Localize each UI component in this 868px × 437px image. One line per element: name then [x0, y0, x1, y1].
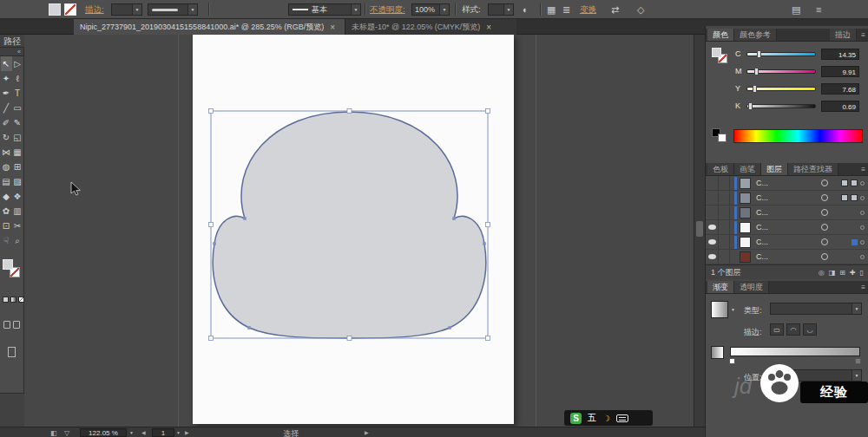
- tool-artboard[interactable]: ⊡: [1, 218, 12, 233]
- gradient-mode-button[interactable]: [10, 297, 16, 303]
- constrain-icon[interactable]: ◇: [637, 3, 644, 16]
- play-icon[interactable]: ▶: [365, 429, 369, 435]
- layer-extra-icon[interactable]: [851, 179, 858, 186]
- target-icon[interactable]: [821, 194, 828, 201]
- tool-perspective-grid[interactable]: ⊞: [12, 160, 23, 174]
- screen-mode-button[interactable]: [8, 347, 16, 357]
- tool-width[interactable]: ⋈: [1, 145, 12, 160]
- fill-stroke-indicator[interactable]: [0, 258, 24, 284]
- channel-slider-track[interactable]: [746, 87, 816, 91]
- tool-zoom[interactable]: ⌕: [12, 233, 23, 248]
- scrollbar-thumb[interactable]: [696, 221, 703, 237]
- layer-name[interactable]: C...: [756, 252, 768, 261]
- color-mode-button[interactable]: [3, 297, 9, 303]
- channel-value-field[interactable]: 14.35: [821, 49, 859, 60]
- layer-thumbnail[interactable]: [740, 251, 751, 263]
- status-dropdown-icon[interactable]: ▽: [64, 429, 69, 437]
- layer-thumbnail[interactable]: [740, 237, 751, 248]
- layer-name[interactable]: C...: [756, 179, 768, 187]
- tool-gradient[interactable]: ▨: [12, 174, 23, 189]
- edit-column-icon[interactable]: [860, 196, 865, 200]
- slider-handle[interactable]: [757, 50, 761, 58]
- tab-pathfinder[interactable]: 路径查找器: [788, 163, 838, 175]
- tab-brushes[interactable]: 画笔: [734, 163, 761, 175]
- draw-normal-button[interactable]: [3, 321, 10, 329]
- opacity-link[interactable]: 不透明度:: [370, 4, 405, 16]
- tool-hand[interactable]: ☟: [1, 233, 12, 248]
- tool-scale[interactable]: ◱: [12, 130, 23, 145]
- gradient-thumbnail[interactable]: [711, 301, 728, 318]
- layer-extra-icon[interactable]: [841, 179, 848, 186]
- transform-link[interactable]: 变换: [580, 4, 596, 16]
- fill-indicator[interactable]: [3, 259, 13, 270]
- white-swatch[interactable]: [718, 134, 727, 142]
- tab-swatches[interactable]: 色板: [707, 163, 734, 175]
- channel-slider-track[interactable]: [746, 69, 816, 74]
- dock-panel-icon[interactable]: ▤: [792, 3, 800, 16]
- layer-extra-icon[interactable]: [851, 194, 858, 201]
- style-dropdown[interactable]: ▼: [488, 3, 514, 16]
- keyboard-icon[interactable]: [616, 414, 628, 422]
- edit-column-icon[interactable]: [860, 211, 865, 215]
- tab-color[interactable]: 颜色: [707, 29, 734, 41]
- dropdown-caret-icon[interactable]: ▼: [731, 307, 735, 312]
- tool-slice[interactable]: ✂: [12, 218, 23, 233]
- edit-column-icon[interactable]: [860, 240, 865, 245]
- layer-row[interactable]: C...: [706, 220, 868, 235]
- target-icon[interactable]: [821, 209, 828, 216]
- tab-color-guide[interactable]: 颜色参考: [734, 29, 777, 41]
- layer-row[interactable]: C...: [706, 235, 868, 250]
- tool-rotate[interactable]: ↻: [1, 130, 12, 145]
- clip-mask-icon[interactable]: ◨: [829, 269, 836, 277]
- channel-value-field[interactable]: 0.69: [821, 101, 859, 112]
- document-tab-2[interactable]: 未标题-10* @ 122.05% (CMYK/预览) ×: [345, 19, 516, 35]
- tool-lasso[interactable]: ℓ: [12, 71, 23, 86]
- edit-column-icon[interactable]: [860, 181, 865, 186]
- slider-handle[interactable]: [754, 68, 759, 75]
- tool-magic-wand[interactable]: ✦: [1, 71, 12, 86]
- slider-handle[interactable]: [748, 102, 753, 110]
- tool-line-segment[interactable]: ╱: [1, 101, 12, 115]
- gradient-along-stroke-icon[interactable]: ◠: [786, 323, 800, 336]
- moon-icon[interactable]: ☽: [602, 414, 610, 423]
- visibility-toggle[interactable]: [706, 205, 719, 219]
- tool-shape-builder[interactable]: ◍: [1, 160, 12, 174]
- layer-thumbnail[interactable]: [740, 207, 751, 218]
- tab-layers[interactable]: 图层: [761, 163, 788, 175]
- lock-toggle[interactable]: [719, 176, 730, 190]
- slider-handle[interactable]: [753, 85, 757, 93]
- fill-color-swatch[interactable]: [49, 3, 61, 16]
- tool-type[interactable]: T: [12, 86, 23, 101]
- layer-thumbnail[interactable]: [740, 178, 751, 189]
- tab-gradient[interactable]: 渐变: [707, 281, 734, 293]
- tool-symbol-sprayer[interactable]: ✿: [1, 204, 12, 218]
- align-grid-icon[interactable]: ▦: [547, 3, 556, 16]
- tool-column-graph[interactable]: ▥: [12, 204, 23, 218]
- tab-stroke[interactable]: 描边: [830, 29, 857, 41]
- tool-pencil[interactable]: ✎: [12, 115, 23, 130]
- lock-toggle[interactable]: [719, 220, 730, 234]
- swap-arrows-icon[interactable]: ⇄: [611, 3, 619, 16]
- zoom-caret-icon[interactable]: ▼: [129, 430, 134, 435]
- vertical-scrollbar[interactable]: [694, 35, 705, 427]
- edit-column-icon[interactable]: [860, 255, 865, 259]
- tool-paintbrush[interactable]: ✐: [1, 115, 12, 130]
- tool-pen[interactable]: ✒: [1, 86, 12, 101]
- layer-thumbnail[interactable]: [740, 192, 751, 204]
- stroke-weight-link[interactable]: 描边:: [85, 4, 104, 16]
- prev-artboard-icon[interactable]: ◀: [141, 429, 146, 435]
- gradient-position-dropdown[interactable]: ▼: [792, 369, 862, 382]
- close-icon[interactable]: ×: [486, 23, 491, 32]
- target-icon[interactable]: [821, 179, 828, 186]
- dock-menu-icon[interactable]: ≡: [816, 3, 821, 16]
- draw-behind-button[interactable]: [13, 321, 20, 329]
- layer-thumbnail[interactable]: [740, 222, 751, 233]
- panel-menu-icon[interactable]: ≡: [861, 31, 865, 39]
- gradient-reverse-thumbnail[interactable]: [711, 346, 724, 359]
- lock-toggle[interactable]: [719, 191, 730, 205]
- tool-free-transform[interactable]: ▦: [12, 145, 23, 160]
- gradient-type-dropdown[interactable]: ▼: [770, 303, 862, 315]
- target-icon[interactable]: [821, 224, 828, 231]
- tool-blend[interactable]: ❖: [12, 189, 23, 204]
- artboard-caret-icon[interactable]: ▼: [176, 430, 181, 435]
